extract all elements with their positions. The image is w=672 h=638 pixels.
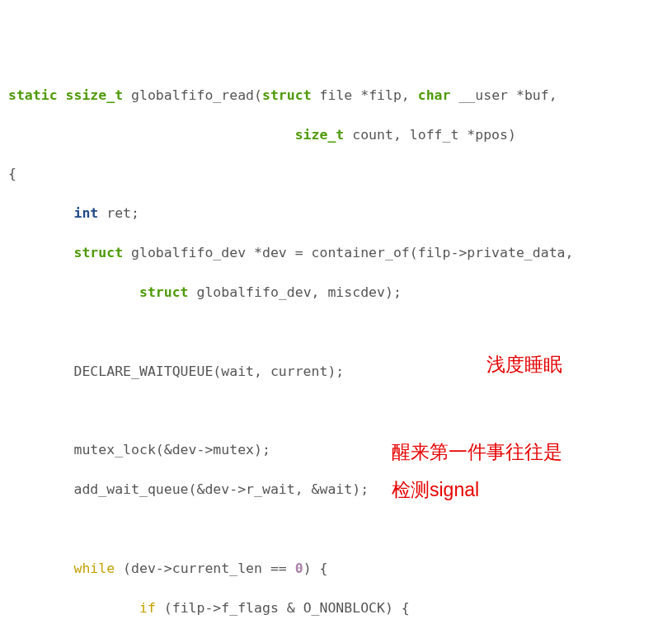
code-text: DECLARE_WAITQUEUE(wait, current);	[8, 364, 344, 379]
keyword-char: char	[418, 87, 451, 103]
code-line: int ret;	[8, 204, 664, 223]
keyword-struct: struct	[262, 87, 312, 103]
code-text: globalfifo_read(	[123, 87, 262, 103]
type-size_t: size_t	[295, 127, 345, 143]
code-text: count, loff_t *ppos)	[344, 127, 516, 143]
keyword-if: if	[139, 600, 156, 616]
code-text	[8, 127, 295, 143]
code-text	[58, 87, 66, 103]
code-line: ​	[8, 322, 664, 342]
code-text	[8, 245, 73, 260]
keyword-int: int	[73, 205, 98, 221]
code-line: size_t count, loff_t *ppos)	[8, 125, 664, 145]
annotation-shallow-sleep: 浅度睡眠	[486, 351, 562, 378]
code-line: struct globalfifo_dev, miscdev);	[8, 283, 664, 303]
code-text: {	[8, 166, 16, 181]
code-line: {	[8, 164, 664, 184]
number-literal: 0	[295, 561, 303, 576]
code-text	[8, 284, 139, 300]
annotation-wake-check-2: 检测signal	[392, 476, 479, 504]
code-line: static ssize_t globalfifo_read(struct fi…	[8, 86, 664, 106]
code-text: ) {	[303, 561, 328, 576]
code-text	[8, 600, 139, 616]
code-text: add_wait_queue(&dev->r_wait, &wait);	[8, 481, 369, 497]
code-line: struct globalfifo_dev *dev = container_o…	[8, 243, 664, 263]
code-line: DECLARE_WAITQUEUE(wait, current);	[8, 362, 664, 382]
keyword-struct: struct	[139, 284, 189, 300]
code-line: while (dev->current_len == 0) {	[8, 559, 664, 579]
code-text: (filp->f_flags & O_NONBLOCK) {	[156, 600, 410, 616]
code-text: __user *buf,	[450, 87, 557, 103]
code-line: ​	[8, 519, 664, 539]
code-line: add_wait_queue(&dev->r_wait, &wait);	[8, 480, 664, 500]
code-text: globalfifo_dev, miscdev);	[189, 284, 402, 300]
code-text: ret;	[98, 205, 139, 221]
code-line: mutex_lock(&dev->mutex);	[8, 440, 664, 460]
code-text: file *filp,	[312, 87, 418, 103]
code-line: ​	[8, 401, 664, 420]
annotation-wake-check-1: 醒来第一件事往往是	[392, 439, 562, 466]
keyword-while: while	[73, 561, 115, 576]
code-text: globalfifo_dev *dev = container_of(filp-…	[123, 245, 573, 260]
code-text: (dev->current_len ==	[115, 561, 295, 576]
keyword-static: static	[8, 87, 58, 103]
keyword-struct: struct	[73, 245, 123, 260]
code-text	[8, 205, 73, 221]
type-ssize_t: ssize_t	[66, 87, 124, 103]
code-line: if (filp->f_flags & O_NONBLOCK) {	[8, 598, 664, 618]
code-text	[8, 561, 73, 576]
code-text: mutex_lock(&dev->mutex);	[8, 442, 270, 457]
